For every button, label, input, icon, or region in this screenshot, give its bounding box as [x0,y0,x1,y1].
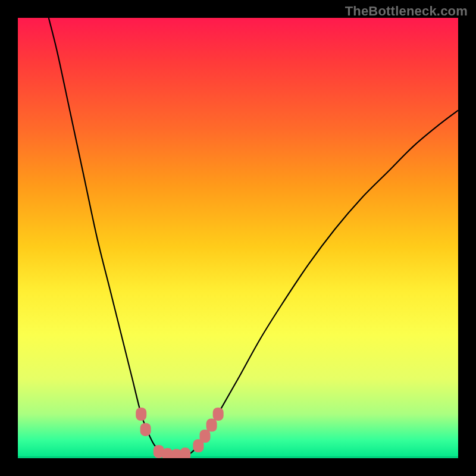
bottleneck-curve [49,18,458,456]
attribution-text: TheBottleneck.com [345,4,468,19]
chart-svg [18,18,458,458]
curve-marker [200,430,211,443]
plot-area [18,18,458,458]
curve-marker [206,419,217,432]
curve-marker [180,447,190,458]
curve-marker [213,408,224,421]
markers-group [136,408,224,458]
chart-frame: TheBottleneck.com [0,0,476,476]
curve-marker [136,408,146,421]
curve-marker [140,423,151,436]
